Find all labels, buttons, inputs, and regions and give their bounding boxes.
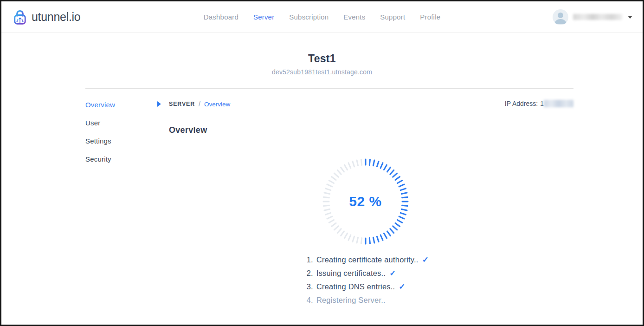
main-nav: Dashboard Server Subscription Events Sup…	[204, 13, 440, 21]
logo-text: utunnel.io	[32, 10, 80, 24]
nav-item-profile[interactable]: Profile	[420, 13, 440, 21]
breadcrumb-page[interactable]: Overview	[204, 101, 230, 108]
step-row: 4. Registering Server..	[302, 293, 429, 307]
server-domain: dev52sub1981test1.utnstage.com	[1, 68, 643, 76]
nav-item-server[interactable]: Server	[253, 13, 274, 21]
step-label: Issuing certificates..	[316, 267, 386, 280]
server-sidebar: Overview User Settings Security	[85, 89, 157, 307]
step-number: 3.	[302, 280, 313, 293]
step-number: 2.	[302, 267, 313, 280]
nav-item-subscription[interactable]: Subscription	[289, 13, 328, 21]
ip-visible-prefix: 1	[540, 100, 544, 107]
step-number: 1.	[302, 253, 313, 267]
sidebar-item-user[interactable]: User	[85, 119, 157, 127]
ip-address: IP Address: 1	[505, 100, 573, 107]
app-window: utunnel.io Dashboard Server Subscription…	[0, 0, 644, 326]
nav-item-events[interactable]: Events	[343, 13, 365, 21]
utunnel-logo-icon	[12, 9, 28, 26]
sidebar-item-settings[interactable]: Settings	[85, 137, 157, 145]
step-row: 2. Issuing certificates.. ✓	[302, 267, 429, 280]
ip-address-label: IP Address:	[505, 100, 538, 107]
provisioning-steps: 1. Creating certificate authority.. ✓ 2.…	[302, 253, 429, 307]
breadcrumb: SERVER / Overview	[169, 100, 230, 108]
server-title-block: Test1 dev52sub1981test1.utnstage.com	[1, 33, 643, 76]
step-label: Registering Server..	[316, 293, 386, 307]
step-label: Creating certificate authority..	[316, 253, 419, 267]
progress-percent: 52 %	[322, 157, 410, 246]
sidebar-item-overview[interactable]: Overview	[85, 101, 157, 109]
top-navbar: utunnel.io Dashboard Server Subscription…	[1, 1, 643, 33]
chevron-down-icon	[628, 16, 632, 19]
step-label: Creating DNS entries..	[316, 280, 395, 293]
nav-item-dashboard[interactable]: Dashboard	[204, 13, 238, 21]
user-name-redacted	[573, 14, 622, 20]
step-number: 4.	[302, 293, 313, 307]
active-pointer-icon	[157, 101, 161, 107]
provisioning-progress: 52 % 1. Creating certificate authority..…	[157, 157, 573, 307]
step-row: 1. Creating certificate authority.. ✓	[302, 253, 429, 267]
sidebar-item-security[interactable]: Security	[85, 155, 157, 163]
ip-address-redacted	[544, 100, 573, 107]
app-logo[interactable]: utunnel.io	[12, 9, 80, 26]
check-icon: ✓	[422, 253, 429, 267]
step-row: 3. Creating DNS entries.. ✓	[302, 280, 429, 293]
check-icon: ✓	[399, 280, 405, 293]
progress-ring: 52 %	[322, 157, 410, 246]
breadcrumb-separator: /	[199, 100, 200, 108]
breadcrumb-section: SERVER	[169, 101, 195, 107]
user-menu[interactable]	[553, 9, 632, 25]
server-name: Test1	[1, 52, 643, 65]
section-heading: Overview	[169, 125, 573, 135]
check-icon: ✓	[389, 267, 396, 280]
main-panel: SERVER / Overview IP Address: 1 Overview…	[157, 89, 573, 307]
user-avatar-icon	[553, 9, 568, 25]
nav-item-support[interactable]: Support	[380, 13, 405, 21]
